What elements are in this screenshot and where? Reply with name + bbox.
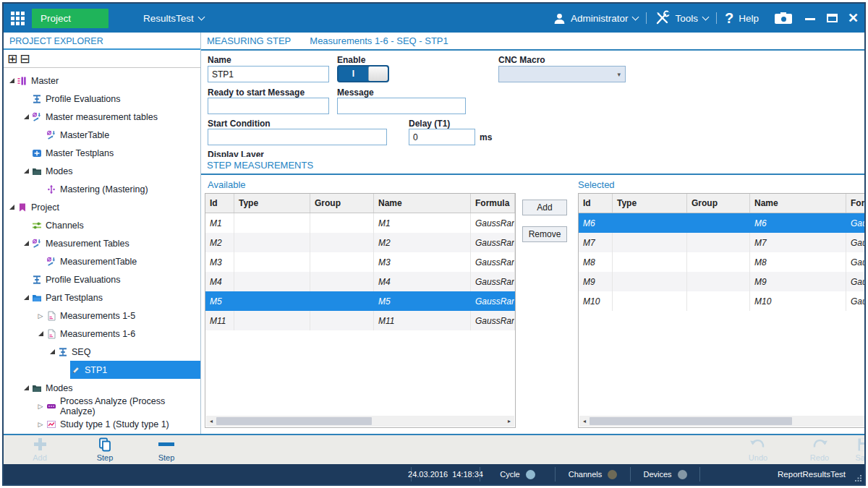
tools-menu[interactable]: Tools <box>675 13 698 24</box>
column-header[interactable]: Id <box>205 194 234 213</box>
cell-id: M2 <box>205 233 234 252</box>
column-header[interactable]: Id <box>579 194 613 213</box>
column-header[interactable]: Type <box>613 194 687 213</box>
tree-item-modes-project[interactable]: Modes <box>4 379 200 397</box>
selected-horizontal-scrollbar[interactable]: ◂ <box>579 416 864 427</box>
toggle-thumb[interactable] <box>368 67 388 81</box>
tree-item-process-analyze[interactable]: Process Analyze (Process Analyze) <box>4 397 200 415</box>
table-row-selected[interactable]: M6M6GaussRand <box>579 213 864 233</box>
tree-item-modes-master[interactable]: Modes <box>4 162 200 180</box>
section-title: MEASURING STEP <box>207 35 291 46</box>
expand-all-icon[interactable]: ⊞ <box>7 53 17 65</box>
cell-formula: GaussRand <box>471 311 515 330</box>
expander-expanded-icon[interactable] <box>7 78 17 83</box>
tree-item-measurements-1-5[interactable]: Measurements 1-5 <box>4 307 200 325</box>
app-menu-grid-icon[interactable] <box>11 12 25 25</box>
expander-collapsed-icon[interactable] <box>35 312 46 320</box>
tree-item-study-type-1[interactable]: Study type 1 (Study type 1) <box>4 415 200 433</box>
start-condition-field[interactable] <box>208 129 387 145</box>
scrollbar-thumb[interactable] <box>216 417 372 425</box>
tree-item-master[interactable]: Master <box>4 72 200 90</box>
table-row[interactable]: M11M11GaussRand <box>205 311 515 330</box>
tool-label: Undo <box>749 453 767 462</box>
expander-collapsed-icon[interactable] <box>35 421 46 428</box>
tree-item-mastering[interactable]: Mastering (Mastering) <box>4 180 200 198</box>
table-row[interactable]: M4M4GaussRand <box>205 272 515 291</box>
collapse-all-icon[interactable]: ⊟ <box>20 53 30 65</box>
copy-step-icon <box>98 437 111 452</box>
expander-expanded-icon[interactable] <box>21 168 31 174</box>
expander-expanded-icon[interactable] <box>47 349 57 354</box>
expander-expanded-icon[interactable] <box>35 331 46 336</box>
tree-item-master-measurement-tables[interactable]: Master measurement tables <box>4 108 200 126</box>
close-button[interactable]: ✕ <box>848 12 859 25</box>
remove-button[interactable]: Remove <box>522 226 567 242</box>
step-copy-tool-button[interactable]: Step <box>82 437 128 462</box>
table-row-selected[interactable]: M5M5GaussRand <box>205 291 515 311</box>
tree-item-profile-evaluations[interactable]: Profile Evaluations <box>4 90 200 108</box>
tree-item-profile-evaluations-project[interactable]: Profile Evaluations <box>4 270 200 288</box>
report-name: ReportResultsTest <box>778 464 846 484</box>
tree-item-measurements-1-6[interactable]: Measurements 1-6 <box>4 325 200 343</box>
project-selector[interactable]: ResultsTest <box>143 13 204 24</box>
maximize-button[interactable] <box>827 14 838 22</box>
scrollbar-thumb[interactable] <box>590 417 792 425</box>
tree-label: SEQ <box>72 347 90 357</box>
column-header[interactable]: Name <box>374 194 471 213</box>
project-menu-button[interactable]: Project <box>32 9 109 28</box>
help-menu[interactable]: Help <box>739 13 759 24</box>
cell-group <box>687 233 750 252</box>
undo-button[interactable]: Undo <box>735 437 781 462</box>
tree-item-master-testplans[interactable]: Master Testplans <box>4 144 200 162</box>
message-field[interactable] <box>337 98 466 114</box>
tree-item-project[interactable]: Project <box>4 198 200 216</box>
column-header[interactable]: Group <box>310 194 374 213</box>
table-row[interactable]: M3M3GaussRand <box>205 252 515 272</box>
expander-expanded-icon[interactable] <box>21 241 31 246</box>
add-button[interactable]: Add <box>522 200 567 215</box>
column-header[interactable]: Group <box>687 194 750 213</box>
scroll-left-icon[interactable]: ◂ <box>579 416 590 427</box>
minimize-button[interactable] <box>805 18 815 20</box>
expander-collapsed-icon[interactable] <box>35 403 46 410</box>
chevron-down-icon[interactable] <box>702 13 709 20</box>
available-horizontal-scrollbar[interactable]: ◂ ▸ <box>206 416 514 427</box>
table-row[interactable]: M7M7GaussRand <box>579 233 864 252</box>
ready-message-field[interactable] <box>208 98 329 114</box>
table-row[interactable]: M9M9GaussRand <box>579 272 864 291</box>
screenshot-camera-icon[interactable] <box>775 12 792 24</box>
cnc-macro-select[interactable]: ▾ <box>498 66 626 82</box>
table-row[interactable]: M10M10GaussRand <box>579 291 864 311</box>
column-header[interactable]: Formula <box>846 194 864 213</box>
resize-grip[interactable] <box>855 475 862 482</box>
expander-expanded-icon[interactable] <box>7 205 17 210</box>
expander-expanded-icon[interactable] <box>21 114 31 119</box>
tree-item-part-testplans[interactable]: Part Testplans <box>4 288 200 307</box>
column-header[interactable]: Formula <box>471 194 515 213</box>
tree-item-mastertable[interactable]: MasterTable <box>4 126 200 144</box>
table-row[interactable]: M1M1GaussRand <box>205 213 515 233</box>
expander-expanded-icon[interactable] <box>21 295 31 300</box>
scroll-right-icon[interactable]: ▸ <box>504 416 514 427</box>
name-field[interactable] <box>208 66 329 82</box>
tree-item-stp1[interactable]: STP1 <box>4 361 200 379</box>
delay-field[interactable] <box>409 129 475 145</box>
table-row[interactable]: M2M2GaussRand <box>205 233 515 252</box>
redo-button[interactable]: Redo <box>796 437 843 462</box>
column-header[interactable]: Type <box>234 194 310 213</box>
cell-group <box>687 213 750 233</box>
table-row[interactable]: M8M8GaussRand <box>579 252 864 272</box>
tree-item-seq[interactable]: SEQ <box>4 343 200 361</box>
save-button[interactable]: Save <box>841 437 864 462</box>
tree-item-measurementtable[interactable]: MeasurementTable <box>4 252 200 270</box>
step-remove-tool-button[interactable]: Step <box>143 437 190 462</box>
add-tool-button[interactable]: Add <box>17 437 63 462</box>
scroll-left-icon[interactable]: ◂ <box>206 416 216 427</box>
chevron-down-icon[interactable] <box>632 13 639 20</box>
user-menu[interactable]: Administrator <box>571 13 629 24</box>
tree-item-channels[interactable]: Channels <box>4 216 200 234</box>
tree-item-measurement-tables[interactable]: Measurement Tables <box>4 234 200 252</box>
enable-toggle[interactable]: I <box>337 65 389 82</box>
expander-expanded-icon[interactable] <box>21 385 31 390</box>
column-header[interactable]: Name <box>750 194 846 213</box>
